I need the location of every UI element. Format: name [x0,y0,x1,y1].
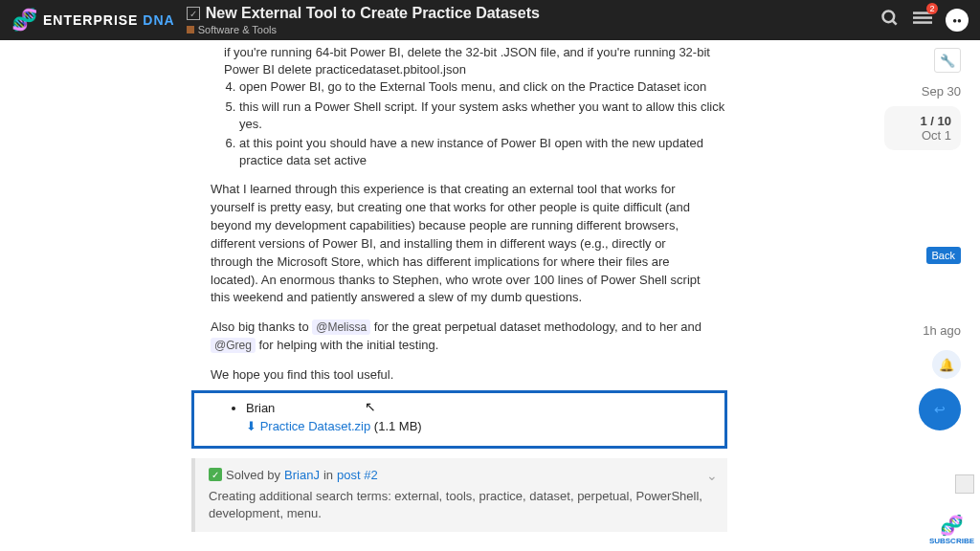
timeline-start-date[interactable]: Sep 30 [865,84,961,99]
timeline-scroller[interactable]: 1 / 10 Oct 1 [884,106,961,150]
title-block: ✓ New External Tool to Create Practice D… [187,5,880,35]
timeline-ago[interactable]: 1h ago [923,323,961,338]
timeline-end-date: Oct 1 [894,128,951,143]
step-item: open Power BI, go to the External Tools … [239,78,727,96]
app-header: 🧬 ENTERPRISE DNA ✓ New External Tool to … [0,0,980,40]
dna-icon: 🧬 [11,8,37,33]
user-avatar[interactable]: ●● [946,9,969,32]
category-label: Software & Tools [198,24,277,35]
dna-icon: 🧬 [929,514,974,537]
timeline-position: 1 / 10 [894,114,951,128]
category-link[interactable]: Software & Tools [187,24,880,35]
back-button[interactable]: Back [926,247,961,264]
paragraph: Also big thanks to @Melissa for the grea… [211,319,708,355]
solved-check-icon: ✓ [187,7,200,20]
check-icon: ✓ [209,468,222,481]
logo-text: ENTERPRISE DNA [43,12,175,28]
solved-box[interactable]: ✓ Solved by BrianJ in post #2 ⌄ Creating… [191,458,727,532]
svg-rect-4 [913,21,932,24]
chat-widget[interactable] [955,474,974,494]
svg-rect-3 [913,16,932,19]
svg-point-0 [883,11,895,22]
notification-badge: 2 [926,3,938,14]
paragraph: What I learned through this experience i… [211,181,708,307]
cursor-icon: ↖ [365,399,376,414]
step-item: if you're running 64-bit Power BI, delet… [224,44,727,78]
wrench-icon[interactable]: 🔧 [934,48,961,73]
subscribe-button[interactable]: 🧬 SUBSCRIBE [929,514,974,545]
logo[interactable]: 🧬 ENTERPRISE DNA [11,8,175,33]
list-item: Brian ⬇ Practice Dataset.zip (1.1 MB) [246,399,711,436]
mention[interactable]: @Greg [211,338,256,353]
notification-bell-icon[interactable]: 🔔 [932,350,961,379]
paragraph: We hope you find this tool useful. [211,366,708,385]
chevron-down-icon[interactable]: ⌄ [706,468,718,483]
file-link[interactable]: Practice Dataset.zip [260,419,371,433]
menu-icon[interactable]: 2 [913,9,932,33]
category-dot-icon [187,26,194,33]
download-icon: ⬇ [246,419,256,433]
attachment-highlight: ↖ Brian ⬇ Practice Dataset.zip (1.1 MB) [191,390,727,449]
search-icon[interactable] [880,9,900,33]
solved-excerpt: Creating additional search terms: extern… [209,488,714,522]
reply-fab[interactable]: ↩ [919,388,961,430]
svg-line-1 [893,20,897,24]
mention[interactable]: @Melissa [312,320,370,335]
topic-title[interactable]: New External Tool to Create Practice Dat… [206,5,540,22]
post-body: . if you're running 64-bit Power BI, del… [191,40,727,551]
step-item: this will run a Power Shell script. If y… [239,99,727,133]
timeline: 🔧 Sep 30 1 / 10 Oct 1 Back 1h ago 🔔 ↩ [865,40,961,551]
step-item: at this point you should have a new inst… [239,135,727,169]
